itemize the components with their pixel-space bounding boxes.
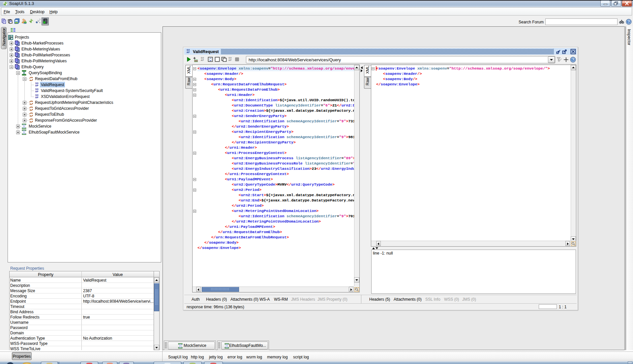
svg-text:?: ? — [572, 58, 574, 62]
svg-text:?: ? — [628, 20, 630, 24]
